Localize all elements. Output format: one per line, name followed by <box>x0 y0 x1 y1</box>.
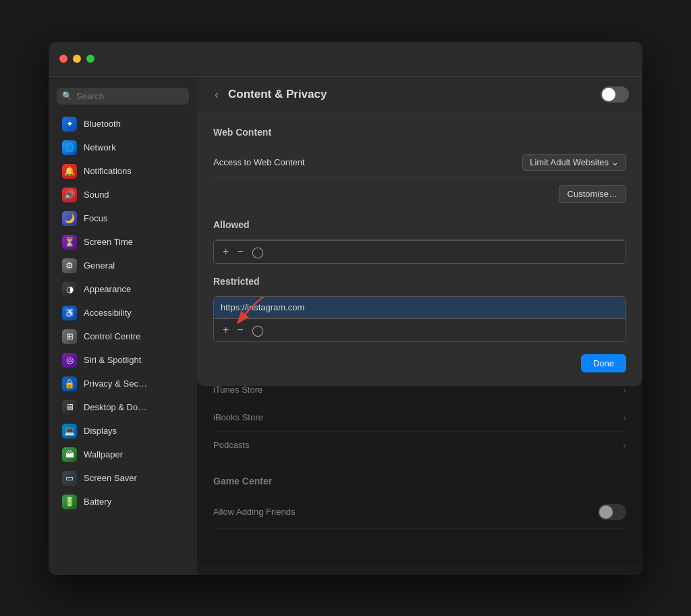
sidebar-item-label: Notifications <box>84 166 132 176</box>
sidebar-item-screen-saver[interactable]: ▭ Screen Saver <box>53 467 193 490</box>
sidebar-item-label: Appearance <box>84 284 131 294</box>
sidebar-item-label: Battery <box>84 497 111 507</box>
general-icon: ⚙ <box>62 258 77 273</box>
accessibility-icon: ♿ <box>62 306 77 320</box>
done-row: Done <box>213 345 626 372</box>
allowed-options-button[interactable]: ◯ <box>248 244 267 260</box>
sidebar-item-label: Screen Saver <box>84 473 137 483</box>
sidebar-item-label: Siri & Spotlight <box>84 355 141 365</box>
privacy-icon: 🔒 <box>62 376 77 391</box>
sidebar-item-label: Privacy & Sec… <box>84 379 147 389</box>
access-to-web-content-row: Access to Web Content Limit Adult Websit… <box>213 147 626 178</box>
page-title: Content & Privacy <box>228 88 327 101</box>
allowed-remove-button[interactable]: − <box>233 244 246 259</box>
restricted-list-toolbar: + − ◯ <box>214 318 626 341</box>
sidebar-item-notifications[interactable]: 🔔 Notifications <box>53 160 193 183</box>
restricted-list-item[interactable]: https://instagram.com <box>214 297 626 318</box>
done-button[interactable]: Done <box>581 354 626 372</box>
sidebar-item-focus[interactable]: 🌙 Focus <box>53 207 193 230</box>
sidebar: 🔍 ✦ Bluetooth 🌐 Network 🔔 Notifications … <box>49 77 197 575</box>
scroll-container: iTunes Store › iBooks Store › Podcasts ›… <box>197 113 642 575</box>
restricted-section: Restricted https://instagram.com + − ◯ <box>213 276 626 342</box>
sidebar-item-general[interactable]: ⚙ General <box>53 254 193 277</box>
restricted-list-box: https://instagram.com + − ◯ <box>213 296 626 342</box>
allowed-list-box: + − ◯ <box>213 240 626 264</box>
minimize-button[interactable] <box>73 55 81 63</box>
access-value: Limit Adult Websites <box>530 157 609 167</box>
allowed-list-toolbar: + − ◯ <box>214 240 626 263</box>
sidebar-item-screen-time[interactable]: ⏳ Screen Time <box>53 231 193 254</box>
search-input[interactable] <box>76 91 184 101</box>
search-box[interactable]: 🔍 <box>57 88 189 105</box>
sidebar-item-label: Focus <box>84 213 107 223</box>
chevron-down-icon: ⌄ <box>611 157 619 167</box>
sidebar-item-displays[interactable]: 💻 Displays <box>53 420 193 443</box>
sidebar-item-label: General <box>84 260 115 271</box>
sidebar-item-label: Wallpaper <box>84 449 123 459</box>
restricted-options-button[interactable]: ◯ <box>248 323 267 338</box>
main-header: ‹ Content & Privacy <box>197 77 642 113</box>
content-area: 🔍 ✦ Bluetooth 🌐 Network 🔔 Notifications … <box>49 77 642 575</box>
customise-button[interactable]: Customise… <box>559 185 626 203</box>
modal-overlay: Web Content Access to Web Content Limit … <box>197 113 642 575</box>
siri-icon: ◎ <box>62 353 77 368</box>
sidebar-item-desktop[interactable]: 🖥 Desktop & Do… <box>53 396 193 419</box>
control-centre-icon: ⊞ <box>62 329 77 344</box>
allowed-section: Allowed + − ◯ <box>213 219 626 264</box>
notifications-icon: 🔔 <box>62 164 77 179</box>
modal-panel: Web Content Access to Web Content Limit … <box>197 113 642 386</box>
bluetooth-icon: ✦ <box>62 117 77 132</box>
desktop-icon: 🖥 <box>62 400 77 415</box>
focus-icon: 🌙 <box>62 211 77 226</box>
content-privacy-toggle[interactable] <box>601 86 629 103</box>
sidebar-item-siri[interactable]: ◎ Siri & Spotlight <box>53 349 193 372</box>
restricted-title: Restricted <box>213 276 626 287</box>
sidebar-item-battery[interactable]: 🔋 Battery <box>53 491 193 513</box>
sidebar-item-sound[interactable]: 🔊 Sound <box>53 184 193 206</box>
sidebar-item-accessibility[interactable]: ♿ Accessibility <box>53 302 193 325</box>
sidebar-item-control-centre[interactable]: ⊞ Control Centre <box>53 325 193 348</box>
sidebar-item-label: Control Centre <box>84 331 141 341</box>
maximize-button[interactable] <box>86 55 94 63</box>
sidebar-item-label: Displays <box>84 426 117 436</box>
sidebar-item-wallpaper[interactable]: 🏔 Wallpaper <box>53 443 193 466</box>
network-icon: 🌐 <box>62 140 77 155</box>
sidebar-item-label: Accessibility <box>84 308 132 318</box>
access-dropdown[interactable]: Limit Adult Websites ⌄ <box>522 154 626 171</box>
close-button[interactable] <box>59 55 67 63</box>
search-icon: 🔍 <box>62 91 72 101</box>
web-content-title: Web Content <box>213 127 626 138</box>
sidebar-item-label: Screen Time <box>84 237 133 247</box>
sidebar-item-privacy[interactable]: 🔒 Privacy & Sec… <box>53 372 193 395</box>
screen-saver-icon: ▭ <box>62 471 77 486</box>
battery-icon: 🔋 <box>62 495 77 509</box>
restricted-add-button[interactable]: + <box>219 323 232 337</box>
sidebar-item-label: Network <box>84 142 116 152</box>
sidebar-item-appearance[interactable]: ◑ Appearance <box>53 278 193 301</box>
back-button[interactable]: ‹ <box>211 86 223 103</box>
restricted-remove-button[interactable]: − <box>233 323 246 337</box>
screen-time-icon: ⏳ <box>62 235 77 250</box>
wallpaper-icon: 🏔 <box>62 447 77 462</box>
sidebar-item-bluetooth[interactable]: ✦ Bluetooth <box>53 113 193 136</box>
allowed-add-button[interactable]: + <box>219 244 232 259</box>
sidebar-item-network[interactable]: 🌐 Network <box>53 136 193 159</box>
sound-icon: 🔊 <box>62 188 77 202</box>
titlebar <box>49 42 642 77</box>
customise-row: Customise… <box>213 181 626 206</box>
appearance-icon: ◑ <box>62 282 77 297</box>
traffic-lights <box>59 55 94 63</box>
restricted-url: https://instagram.com <box>221 302 304 312</box>
sidebar-item-label: Desktop & Do… <box>84 402 146 412</box>
sidebar-item-label: Bluetooth <box>84 119 121 129</box>
system-preferences-window: 🔍 ✦ Bluetooth 🌐 Network 🔔 Notifications … <box>49 42 642 575</box>
displays-icon: 💻 <box>62 424 77 439</box>
main-content: ‹ Content & Privacy iTunes Store › iBoo <box>197 77 642 575</box>
access-label: Access to Web Content <box>213 157 305 167</box>
allowed-title: Allowed <box>213 219 626 230</box>
sidebar-item-label: Sound <box>84 190 109 200</box>
